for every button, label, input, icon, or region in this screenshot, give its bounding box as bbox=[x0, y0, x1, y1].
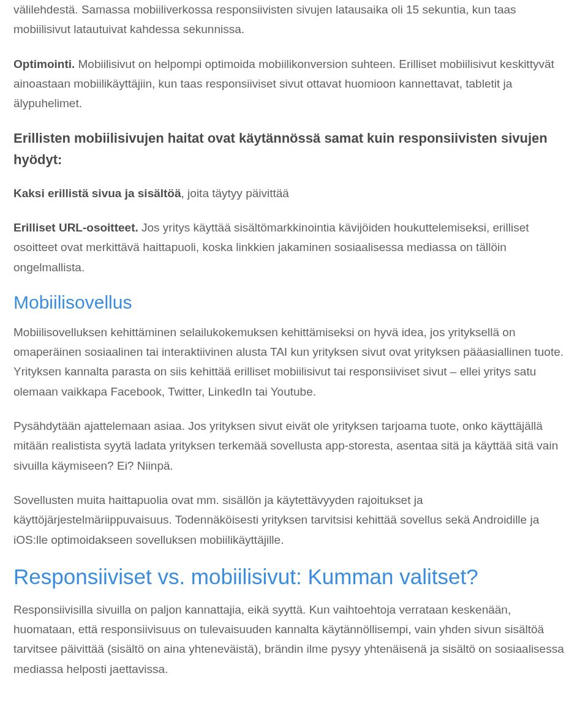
paragraph-text: , joita täytyy päivittää bbox=[181, 187, 289, 200]
subheading-haitat: Erillisten mobiilisivujen haitat ovat kä… bbox=[13, 128, 575, 170]
bold-label: Kaksi erillistä sivua ja sisältöä bbox=[13, 187, 181, 200]
bold-label: Optimointi. bbox=[13, 58, 75, 70]
paragraph-url-osoitteet: Erilliset URL-osoitteet. Jos yritys käyt… bbox=[13, 218, 575, 277]
bold-label: Erilliset URL-osoitteet. bbox=[13, 221, 138, 234]
article-body: välilehdestä. Samassa mobiiliverkossa re… bbox=[0, 0, 588, 703]
paragraph-text: Mobiilisivut on helpompi optimoida mobii… bbox=[13, 58, 554, 110]
paragraph-kaksi-sivua: Kaksi erillistä sivua ja sisältöä, joita… bbox=[13, 184, 575, 203]
paragraph-loadtime: välilehdestä. Samassa mobiiliverkossa re… bbox=[13, 0, 575, 40]
paragraph-optimointi: Optimointi. Mobiilisivut on helpompi opt… bbox=[13, 55, 575, 114]
heading-mobiilisovellus: Mobiilisovellus bbox=[13, 292, 575, 313]
paragraph-sovellus-1: Mobiilisovelluksen kehittäminen selailuk… bbox=[13, 323, 575, 402]
paragraph-sovellus-3: Sovellusten muita haittapuolia ovat mm. … bbox=[13, 491, 575, 550]
paragraph-conclusion: Responsiivisilla sivuilla on paljon kann… bbox=[13, 600, 575, 679]
paragraph-sovellus-2: Pysähdytään ajattelemaan asiaa. Jos yrit… bbox=[13, 416, 575, 476]
heading-responsiiviset-vs: Responsiiviset vs. mobiilisivut: Kumman … bbox=[13, 565, 575, 589]
